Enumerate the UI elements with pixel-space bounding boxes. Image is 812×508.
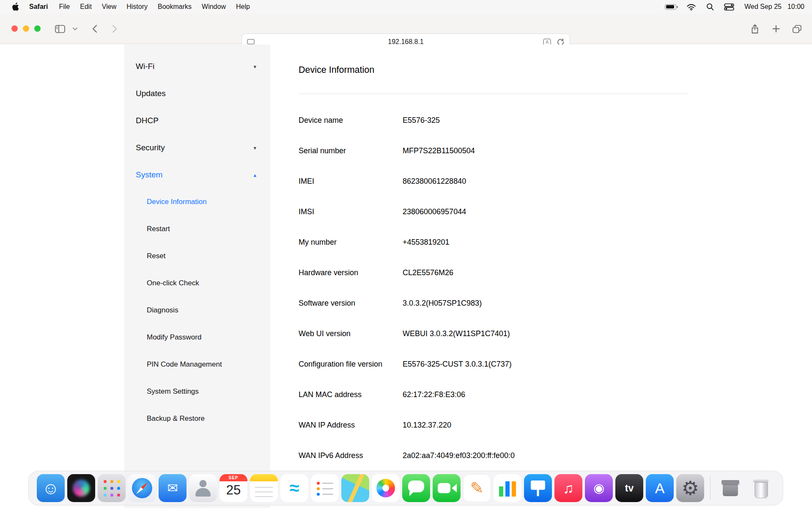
wifi-icon[interactable] — [686, 3, 696, 11]
app-tile — [716, 474, 744, 502]
back-icon[interactable] — [92, 14, 97, 44]
minimize-window-button[interactable] — [23, 25, 29, 32]
sidebar-sub-item[interactable]: Device Information — [124, 188, 270, 215]
sidebar-sub-item[interactable]: System Settings — [124, 378, 270, 405]
info-label: Configuration file version — [299, 360, 403, 369]
app-tile: ⚙ — [676, 474, 704, 502]
sidebar-item[interactable]: Security ▾ — [124, 134, 270, 161]
menubar-clock[interactable]: Wed Sep 25 10:00 — [744, 3, 804, 11]
calendar-day-label: 25 — [219, 483, 247, 498]
spotlight-icon[interactable] — [706, 3, 714, 11]
sidebar-sub-item[interactable]: Diagnosis — [124, 297, 270, 324]
sidebar-sub-item-label: Restart — [147, 225, 170, 233]
new-tab-icon[interactable] — [772, 14, 780, 44]
dock-app[interactable]: ✎ — [463, 474, 491, 502]
dock-app[interactable] — [98, 474, 126, 502]
share-icon[interactable] — [751, 14, 759, 44]
menu-app-name[interactable]: Safari — [24, 0, 53, 14]
info-value: E5576-325-CUST 3.0.3.1(C737) — [403, 360, 512, 369]
dock-app[interactable]: SEP 25 — [219, 474, 247, 502]
dock-app[interactable] — [524, 474, 552, 502]
app-glyph-icon: A — [655, 481, 665, 495]
info-value: 2a02:aa7:4049:ef03:200:ff:fe00:0 — [403, 451, 515, 460]
dock-app[interactable] — [311, 474, 339, 502]
sidebar-sub-item[interactable]: Restart — [124, 215, 270, 243]
dock-app[interactable]: tv — [615, 474, 643, 502]
sidebar-top-items: Wi-Fi ▾ Updates DHCP Security — [124, 53, 270, 188]
sidebar-sub-item[interactable]: Reset — [124, 243, 270, 270]
dock-app[interactable] — [402, 474, 430, 502]
dock-app[interactable] — [128, 474, 156, 502]
dock-app[interactable] — [189, 474, 217, 502]
menu-item[interactable]: History — [121, 0, 153, 14]
app-glyph-icon: ≈ — [289, 479, 299, 497]
dock-app[interactable]: ≈ — [280, 474, 308, 502]
sidebar-sub-item-label: Modify Password — [147, 333, 201, 342]
sidebar-sub-item[interactable]: Backup & Restore — [124, 405, 270, 432]
app-tile: ◉ — [585, 474, 613, 502]
menu-item[interactable]: Window — [197, 0, 231, 14]
sidebar-item-label: Security — [136, 143, 165, 152]
dock-app[interactable]: ☺ — [37, 474, 65, 502]
menu-item[interactable]: Help — [231, 0, 255, 14]
sidebar-sub-item[interactable]: One-click Check — [124, 270, 270, 297]
app-glyph-icon: ✎ — [470, 480, 484, 496]
battery-icon[interactable] — [665, 4, 676, 10]
sidebar-sub-item[interactable]: PIN Code Management — [124, 351, 270, 378]
sidebar-item-label: DHCP — [136, 116, 159, 125]
dock-app[interactable] — [710, 476, 710, 500]
sidebar-sub-item[interactable]: Modify Password — [124, 324, 270, 351]
sidebar-chevron-icon[interactable] — [73, 14, 77, 44]
dock-app[interactable]: ♫ — [554, 474, 582, 502]
sidebar-item[interactable]: DHCP — [124, 107, 270, 134]
menu-item[interactable]: View — [97, 0, 121, 14]
zoom-window-button[interactable] — [34, 25, 41, 32]
app-tile — [67, 474, 95, 502]
apple-menu[interactable] — [8, 3, 23, 11]
app-tile — [433, 474, 461, 502]
menu-item[interactable]: Edit — [75, 0, 97, 14]
dock-app[interactable] — [250, 474, 278, 502]
dock-app[interactable]: A — [646, 474, 674, 502]
app-tile — [98, 474, 126, 502]
app-glyph-icon: ☺ — [42, 480, 60, 497]
sidebar-item[interactable]: System ▴ — [124, 161, 270, 188]
dock-app[interactable] — [747, 474, 775, 502]
close-window-button[interactable] — [11, 25, 18, 32]
tab-overview-icon[interactable] — [793, 14, 801, 44]
dock: ☺ — [28, 471, 783, 505]
sidebar-item[interactable]: Wi-Fi ▾ — [124, 53, 270, 80]
chevron-icon: ▾ — [253, 145, 256, 151]
app-tile: ≈ — [280, 474, 308, 502]
dock-app[interactable]: ◉ — [585, 474, 613, 502]
sidebar-toggle-icon[interactable] — [55, 14, 65, 44]
info-label: Software version — [299, 299, 403, 308]
sidebar-sub-item-label: Diagnosis — [147, 306, 178, 315]
info-value: MFP7S22B11500504 — [403, 146, 475, 155]
menubar-time: 10:00 — [787, 3, 804, 11]
info-label: IMSI — [299, 207, 403, 216]
sidebar-sub-item-label: Backup & Restore — [147, 414, 205, 423]
control-center-icon[interactable] — [724, 3, 734, 11]
info-label: LAN MAC address — [299, 390, 403, 399]
dock-app[interactable] — [372, 474, 400, 502]
info-row: WAN IPv6 Address 2a02:aa7:4049:ef03:200:… — [299, 440, 687, 471]
chevron-icon: ▾ — [253, 64, 256, 70]
menu-item[interactable]: Bookmarks — [153, 0, 197, 14]
dock-app[interactable]: ✉ — [159, 474, 187, 502]
sidebar-item[interactable]: Updates — [124, 80, 270, 107]
menu-bar-left: Safari File Edit View History Bookmarks … — [8, 0, 255, 14]
menu-bar: Safari File Edit View History Bookmarks … — [0, 0, 812, 14]
dock-app[interactable]: ⚙ — [676, 474, 704, 502]
info-value: CL2E5576M26 — [403, 268, 453, 277]
forward-icon[interactable] — [112, 14, 117, 44]
dock-app[interactable] — [716, 474, 744, 502]
app-tile: ♫ — [554, 474, 582, 502]
dock-app[interactable] — [433, 474, 461, 502]
menu-item[interactable]: File — [54, 0, 75, 14]
dock-app[interactable] — [67, 474, 95, 502]
title-divider — [299, 94, 687, 94]
apple-icon — [12, 3, 19, 11]
dock-app[interactable] — [341, 474, 369, 502]
dock-app[interactable] — [494, 474, 521, 502]
